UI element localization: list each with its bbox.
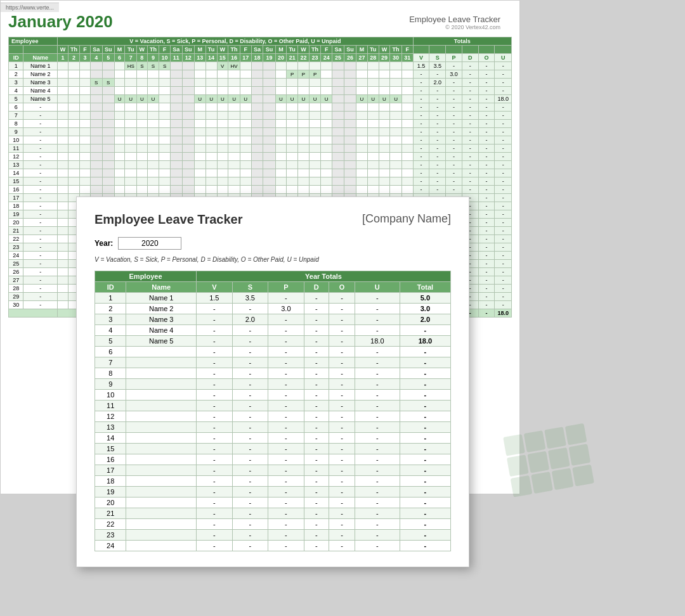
list-item: 2Name 2--3.0---3.0	[95, 304, 451, 314]
list-item: 12-------	[95, 411, 451, 422]
table-row: 5Name 5UUUUUUUUUUUUUUUUUU-----18.0	[9, 95, 512, 103]
list-item: 11-------	[95, 401, 451, 411]
list-item: 4Name 4-------	[95, 325, 451, 336]
list-item: 6-------	[95, 347, 451, 357]
popup-overlay: Employee Leave Tracker [Company Name] Ye…	[76, 196, 469, 567]
table-row: 9-------	[9, 128, 512, 136]
list-item: 10-------	[95, 390, 451, 401]
bg-tracker-label: Employee Leave Tracker © 2020 Vertex42.c…	[409, 15, 500, 30]
popup-header: Employee Leave Tracker [Company Name]	[95, 212, 451, 227]
list-item: 24-------	[95, 541, 451, 551]
list-item: 9-------	[95, 379, 451, 390]
popup-year-row: Year:	[95, 237, 451, 250]
popup-table: Employee Year Totals ID Name V S P D O U…	[95, 271, 451, 551]
list-item: 8-------	[95, 368, 451, 379]
table-row: 16-------	[9, 186, 512, 194]
watermark	[507, 426, 634, 553]
list-item: 7-------	[95, 357, 451, 368]
list-item: 21-------	[95, 508, 451, 519]
table-row: 7-------	[9, 112, 512, 120]
popup-legend: V = Vacation, S = Sick, P = Personal, D …	[95, 256, 451, 263]
table-row: 11-------	[9, 144, 512, 153]
totals-header: Totals	[413, 37, 511, 46]
list-item: 1Name 11.53.5----5.0	[95, 293, 451, 304]
list-item: 16-------	[95, 454, 451, 465]
list-item: 23-------	[95, 530, 451, 541]
popup-year-input[interactable]	[118, 237, 181, 250]
url-bar: https://www.verte...	[1, 3, 59, 12]
table-row: 12-------	[9, 153, 512, 161]
table-row: 15-------	[9, 177, 512, 186]
table-row: 2Name 2PPP--3.0---	[9, 70, 512, 79]
popup-title: Employee Leave Tracker	[95, 212, 242, 227]
table-row: 14-------	[9, 169, 512, 177]
list-item: 17-------	[95, 465, 451, 476]
list-item: 14-------	[95, 433, 451, 444]
table-row: 4Name 4------	[9, 87, 512, 95]
list-item: 13-------	[95, 422, 451, 433]
table-row: 8-------	[9, 120, 512, 128]
list-item: 20-------	[95, 497, 451, 508]
popup-year-label: Year:	[95, 239, 113, 248]
list-item: 18-------	[95, 476, 451, 487]
table-row: 6-------	[9, 103, 512, 112]
employee-header: Employee	[9, 37, 58, 46]
list-item: 3Name 3-2.0----2.0	[95, 314, 451, 325]
list-item: 19-------	[95, 487, 451, 497]
popup-company: [Company Name]	[362, 212, 451, 226]
table-row: 1Name 1HSSSSVHV1.53.5----	[9, 62, 512, 70]
table-row: 3Name 3SS-2.0----	[9, 79, 512, 87]
table-row: 13-------	[9, 161, 512, 169]
list-item: 5Name 5-----18.018.0	[95, 336, 451, 347]
table-row: 10-------	[9, 136, 512, 144]
legend-header: V = Vacation, S = Sick, P = Personal, D …	[58, 37, 413, 46]
list-item: 22-------	[95, 519, 451, 530]
list-item: 15-------	[95, 444, 451, 454]
